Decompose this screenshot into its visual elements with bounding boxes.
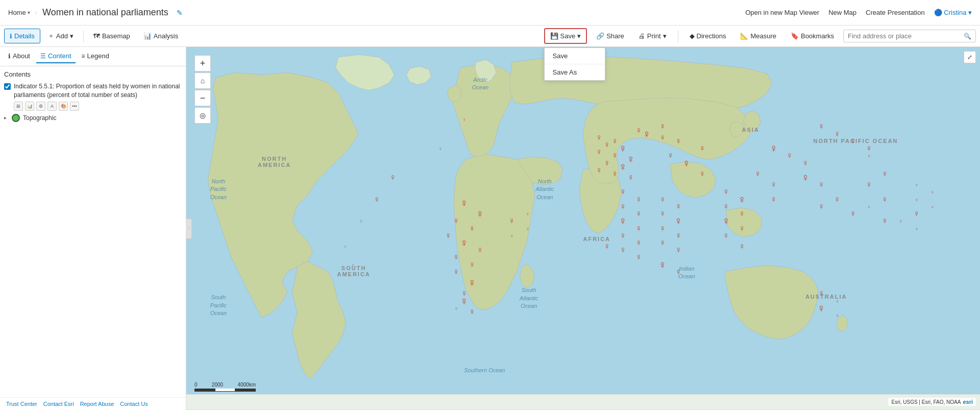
basemap-button[interactable]: 🗺 Basemap: [88, 29, 136, 43]
save-menu-item[interactable]: Save: [545, 48, 605, 64]
details-icon: ℹ: [10, 33, 12, 40]
toolbar-separator-1: [83, 30, 84, 42]
directions-icon: ◆: [690, 32, 695, 40]
scale-seg-1: [195, 389, 215, 391]
save-icon: 💾: [550, 32, 558, 40]
print-label: Print: [647, 32, 661, 40]
expand-map-button[interactable]: ⤢: [964, 51, 976, 63]
toolbar-separator-2: [678, 30, 678, 42]
create-presentation-button[interactable]: Create Presentation: [866, 9, 925, 16]
home-button[interactable]: Home ▾: [8, 9, 30, 16]
open-new-viewer-button[interactable]: Open in new Map Viewer: [745, 9, 819, 16]
details-tab[interactable]: ℹ Details: [4, 29, 40, 43]
print-button[interactable]: 🖨 Print ▾: [633, 29, 672, 43]
edit-icon[interactable]: ✎: [177, 9, 183, 17]
map-title: Women in national parliaments: [42, 7, 168, 18]
add-button[interactable]: ＋ Add ▾: [42, 28, 79, 44]
locate-button[interactable]: ◎: [194, 107, 211, 124]
contact-esri-link[interactable]: Contact Esri: [43, 401, 74, 407]
analysis-button[interactable]: 📊 Analysis: [138, 29, 184, 43]
measure-icon: 📐: [740, 32, 748, 40]
bookmarks-label: Bookmarks: [801, 32, 834, 40]
details-label: Details: [14, 32, 35, 40]
add-chevron-icon: ▾: [70, 32, 74, 40]
top-bar-right: Open in new Map Viewer New Map Create Pr…: [745, 9, 972, 16]
toolbar: ℹ Details ＋ Add ▾ 🗺 Basemap 📊 Analysis 💾…: [0, 26, 980, 47]
measure-label: Measure: [750, 32, 776, 40]
tab-content[interactable]: ☰ Content: [36, 50, 76, 63]
layer-name: Indicator 5.5.1: Proportion of seats hel…: [14, 82, 182, 100]
content-tab-label: Content: [48, 52, 71, 60]
measure-button[interactable]: 📐 Measure: [735, 29, 781, 43]
basemap-icon: 🗺: [93, 32, 100, 40]
search-input[interactable]: [848, 32, 962, 40]
toolbar-right: 💾 Save ▾ Save Save As 🔗 Share 🖨 Print ▾ …: [544, 28, 976, 44]
zoom-in-button[interactable]: +: [194, 55, 211, 71]
sidebar-resize-handle[interactable]: ⋮: [186, 219, 192, 239]
scale-seg-2: [215, 389, 236, 391]
map-svg: [186, 47, 980, 410]
top-bar: Home ▾ › Women in national parliaments ✎…: [0, 0, 980, 26]
breadcrumb-sep: ›: [35, 9, 37, 16]
share-button[interactable]: 🔗 Share: [591, 29, 629, 43]
home-label: Home: [8, 9, 26, 16]
zoom-out-button[interactable]: −: [194, 90, 211, 106]
toolbar-left: ℹ Details ＋ Add ▾ 🗺 Basemap 📊 Analysis: [4, 28, 184, 44]
home-chevron-icon: ▾: [28, 10, 30, 15]
layer-action-filter-icon[interactable]: ⚙: [36, 102, 45, 111]
layer-actions: ⊞ 📊 ⚙ A 🎨 •••: [14, 102, 182, 111]
bookmarks-button[interactable]: 🔖 Bookmarks: [786, 29, 839, 43]
tab-legend[interactable]: ≡ Legend: [78, 50, 113, 63]
layer-action-table-icon[interactable]: ⊞: [14, 102, 23, 111]
save-label: Save: [560, 32, 576, 40]
attribution: Esri, USGS | Esri, FAO, NOAA esri: [888, 398, 976, 406]
layer-info: Indicator 5.5.1: Proportion of seats hel…: [14, 82, 182, 111]
scale-seg-3: [235, 389, 255, 391]
save-dropdown-menu: Save Save As: [544, 47, 605, 81]
scale-label-4000: 4000km: [237, 382, 256, 388]
save-button[interactable]: 💾 Save ▾: [544, 28, 587, 44]
save-dropdown-container: 💾 Save ▾ Save Save As: [544, 28, 587, 44]
print-icon: 🖨: [639, 32, 645, 40]
scale-bar: 0 2000 4000km: [194, 382, 256, 392]
sidebar-tabs: ℹ About ☰ Content ≡ Legend: [0, 47, 186, 66]
analysis-label: Analysis: [154, 32, 178, 40]
scale-labels: 0 2000 4000km: [194, 382, 256, 388]
save-as-menu-item[interactable]: Save As: [545, 64, 605, 80]
layer-item: Indicator 5.5.1: Proportion of seats hel…: [4, 82, 182, 111]
layer-action-label-icon[interactable]: A: [47, 102, 57, 111]
expand-icon[interactable]: ▸: [4, 115, 7, 120]
search-box: 🔍: [843, 30, 976, 42]
bottom-links: Trust Center Contact Esri Report Abuse C…: [0, 397, 186, 410]
legend-tab-label: Legend: [87, 52, 109, 60]
contents-label: Contents: [4, 70, 182, 78]
user-menu-button[interactable]: 🔵 Cristina ▾: [934, 9, 972, 16]
contact-us-link[interactable]: Contact Us: [120, 401, 148, 407]
new-map-button[interactable]: New Map: [828, 9, 856, 16]
trust-center-link[interactable]: Trust Center: [6, 401, 37, 407]
share-icon: 🔗: [596, 32, 604, 40]
tab-about[interactable]: ℹ About: [4, 50, 34, 63]
zoom-controls: + ⌂ − ◎: [194, 55, 211, 124]
main-layout: ℹ About ☰ Content ≡ Legend Contents Indi…: [0, 47, 980, 410]
layer-action-chart-icon[interactable]: 📊: [25, 102, 34, 111]
attribution-text: Esri, USGS | Esri, FAO, NOAA: [891, 399, 961, 405]
report-abuse-link[interactable]: Report Abuse: [80, 401, 114, 407]
layer-checkbox[interactable]: [4, 83, 11, 90]
zoom-home-button[interactable]: ⌂: [194, 73, 211, 89]
basemap-item: ▸ Topographic: [4, 114, 182, 122]
search-icon[interactable]: 🔍: [964, 33, 971, 40]
scale-label-0: 0: [194, 382, 198, 388]
print-chevron-icon: ▾: [663, 32, 667, 40]
about-tab-label: About: [13, 52, 30, 60]
add-icon: ＋: [48, 32, 54, 40]
layer-action-more-icon[interactable]: •••: [70, 102, 79, 111]
directions-label: Directions: [697, 32, 726, 40]
directions-button[interactable]: ◆ Directions: [684, 29, 731, 43]
content-tab-icon: ☰: [40, 53, 46, 60]
sidebar: ℹ About ☰ Content ≡ Legend Contents Indi…: [0, 47, 186, 410]
map-area[interactable]: Arctic Ocean North Pacific Ocean North A…: [186, 47, 980, 410]
sidebar-content: Contents Indicator 5.5.1: Proportion of …: [0, 66, 186, 397]
layer-action-style-icon[interactable]: 🎨: [59, 102, 68, 111]
esri-logo: esri: [963, 399, 973, 405]
